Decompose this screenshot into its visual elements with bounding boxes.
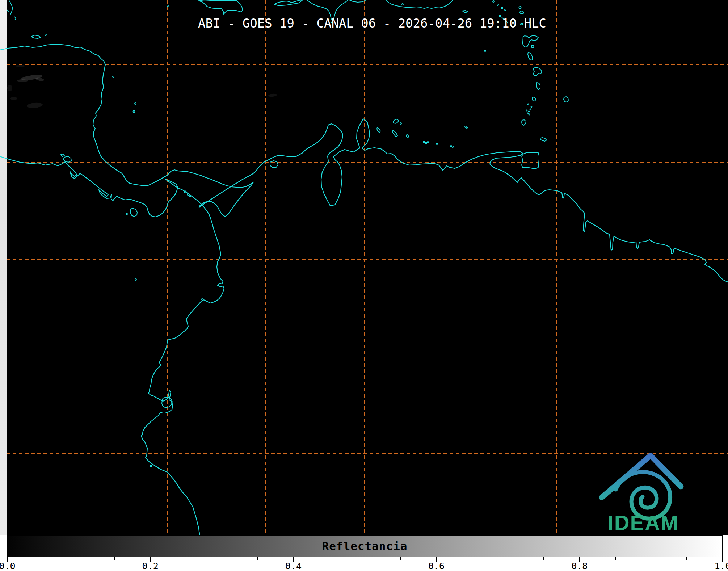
small-island-dot: [528, 104, 529, 105]
island-outline: [199, 0, 243, 14]
small-island-dot: [530, 109, 531, 110]
small-island-dot: [484, 50, 486, 51]
small-island-dot: [493, 1, 494, 2]
cloud-patch: [10, 97, 17, 100]
island-outline: [522, 120, 526, 125]
graticule-gridlines: [7, 0, 728, 535]
small-island-dot: [402, 4, 403, 5]
small-island-dot: [133, 111, 135, 113]
image-title: ABI - GOES 19 - CANAL 06 - 2026-04-26 19…: [198, 16, 546, 30]
colorbar-minor-tick: [508, 557, 508, 560]
island-outline: [63, 156, 71, 162]
colorbar-minor-tick: [43, 557, 43, 560]
colorbar-tick-label: 0.4: [285, 561, 302, 571]
small-island-dot: [526, 110, 527, 111]
small-island-dot: [467, 127, 468, 129]
island-outline: [349, 0, 366, 2]
small-island-dot: [400, 123, 401, 124]
island-outline: [274, 0, 303, 5]
small-island-dot: [497, 4, 498, 5]
small-island-dot: [527, 113, 529, 114]
island-outline: [377, 127, 380, 133]
coastline-path: [0, 156, 224, 535]
cloud-patch: [16, 65, 25, 67]
colorbar-minor-tick: [400, 557, 401, 560]
small-island-dot: [427, 142, 429, 143]
island-outline: [528, 52, 533, 60]
island-outline: [61, 154, 64, 156]
island-outline: [270, 161, 278, 168]
colorbar-footer: Reflectancia 0.00.20.40.60.81.0: [0, 535, 728, 571]
island-outline: [564, 97, 568, 102]
colorbar-minor-tick: [329, 557, 329, 560]
island-outline: [533, 67, 542, 76]
island-outline: [522, 152, 539, 169]
small-island-dot: [150, 465, 152, 467]
colorbar-minor-tick: [257, 557, 258, 560]
logo-wordmark: IDEAM: [608, 511, 679, 534]
island-outline: [462, 11, 468, 13]
island-outline: [392, 130, 397, 137]
small-island-dot: [529, 114, 530, 115]
small-island-dot: [135, 279, 136, 280]
colorbar-minor-tick: [615, 557, 616, 560]
reflectance-colorbar: Reflectancia: [7, 535, 723, 557]
colorbar-minor-tick: [186, 557, 186, 560]
small-island-dot: [188, 194, 189, 196]
small-island-dot: [436, 143, 438, 144]
small-island-dot: [45, 34, 46, 35]
island-outline: [519, 7, 521, 9]
colorbar-minor-tick: [686, 557, 687, 560]
colorbar-tick-label: 0.0: [0, 561, 16, 571]
island-outline: [386, 0, 453, 8]
colorbar-minor-tick: [222, 557, 222, 560]
colorbar-tick-label: 0.8: [571, 561, 588, 571]
island-outline: [520, 11, 524, 14]
colorbar-minor-tick: [365, 557, 365, 560]
small-island-dot: [425, 142, 427, 144]
cloud-layer: [7, 65, 277, 109]
small-island-dot: [505, 9, 506, 11]
small-island-dot: [501, 7, 503, 9]
map-canvas: IDEAM: [0, 0, 728, 535]
cloud-patch: [17, 79, 28, 82]
island-outline: [14, 17, 16, 20]
satellite-image-figure: IDEAM ABI - GOES 19 - CANAL 06 - 2026-04…: [0, 0, 728, 571]
island-outline: [536, 83, 540, 90]
island-outline: [9, 1, 13, 15]
island-outline: [540, 138, 547, 141]
colorbar-tick-label: 0.6: [428, 561, 445, 571]
island-outline: [522, 35, 538, 47]
small-island-dot: [189, 196, 191, 197]
island-outline: [406, 134, 409, 138]
small-island-dot: [167, 5, 168, 7]
colorbar-tick-label: 0.2: [142, 561, 159, 571]
island-outline: [130, 208, 137, 217]
colorbar-minor-tick: [651, 557, 651, 560]
cloud-patch: [7, 85, 12, 91]
colorbar-label: Reflectancia: [8, 536, 722, 557]
cloud-patch: [26, 102, 43, 109]
small-island-dot: [113, 76, 114, 77]
small-island-dot: [126, 213, 127, 215]
ideam-logo: IDEAM: [602, 455, 681, 534]
island-outline: [393, 119, 399, 123]
small-island-dot: [465, 126, 466, 127]
small-island-dot: [531, 106, 532, 108]
small-island-dot: [201, 298, 202, 299]
cloud-patch: [268, 93, 277, 97]
small-island-dot: [453, 147, 454, 148]
island-outline: [532, 97, 536, 101]
satellite-map-area: IDEAM ABI - GOES 19 - CANAL 06 - 2026-04…: [0, 0, 728, 535]
small-island-dot: [529, 111, 530, 112]
island-outline: [7, 10, 9, 12]
colorbar-tick-label: 1.0: [714, 561, 728, 571]
small-island-dot: [450, 146, 452, 147]
island-outline: [531, 45, 534, 47]
colorbar-minor-tick: [543, 557, 544, 560]
colorbar-minor-tick: [114, 557, 115, 560]
island-outline: [31, 35, 41, 38]
small-island-dot: [423, 141, 425, 143]
colorbar-minor-tick: [79, 557, 79, 560]
colorbar-minor-tick: [472, 557, 472, 560]
